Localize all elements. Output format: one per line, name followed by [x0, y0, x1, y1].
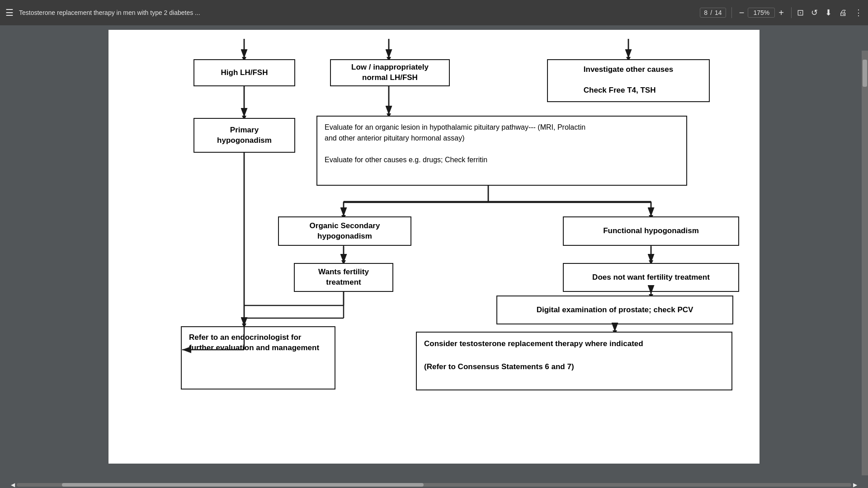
box-organic-secondary: Organic Secondary hypogonadism [278, 216, 411, 246]
box-consider-trt: Consider testosterone replacement therap… [416, 332, 732, 390]
scroll-left-arrow[interactable]: ◀ [9, 482, 17, 488]
page-info: 8 / 14 [700, 8, 726, 18]
flowchart: High LH/FSH Low / inappropriately normal… [118, 39, 741, 446]
box-digital-exam: Digital examination of prostate; check P… [496, 296, 733, 324]
menu-icon[interactable]: ☰ [5, 7, 14, 18]
toolbar: ☰ Testosterone replacement therapy in me… [0, 0, 868, 25]
rotate-button[interactable]: ↺ [811, 8, 818, 18]
box-primary-hypo: Primary hypogonadism [193, 118, 295, 153]
scroll-right-arrow[interactable]: ▶ [851, 482, 859, 488]
right-scrollbar[interactable] [862, 51, 868, 475]
divider [731, 7, 732, 18]
download-button[interactable]: ⬇ [825, 8, 832, 18]
box-evaluate: Evaluate for an organic lesion in hypoth… [316, 116, 687, 186]
box-no-fertility: Does not want fertility treatment [563, 263, 739, 292]
box-refer-endo: Refer to an endocrinologist for further … [181, 326, 335, 389]
zoom-value: 175% [748, 8, 775, 18]
zoom-out-button[interactable]: − [737, 8, 746, 18]
more-button[interactable]: ⋮ [854, 8, 863, 18]
page-current[interactable]: 8 [704, 9, 708, 16]
divider2 [791, 7, 792, 18]
right-scrollbar-thumb[interactable] [863, 60, 867, 87]
toolbar-action-icons: ⊡ ↺ ⬇ 🖨 ⋮ [797, 8, 863, 18]
bottom-scrollbar: ◀ ▶ [0, 482, 868, 488]
zoom-in-button[interactable]: + [777, 8, 786, 18]
page-total: 14 [715, 9, 722, 16]
pdf-viewer: High LH/FSH Low / inappropriately normal… [0, 25, 868, 482]
box-wants-fertility: Wants fertility treatment [294, 263, 393, 292]
fit-page-button[interactable]: ⊡ [797, 8, 804, 18]
box-investigate: Investigate other causes Check Free T4, … [547, 59, 710, 102]
print-button[interactable]: 🖨 [839, 8, 847, 18]
document-title: Testosterone replacement therapy in men … [19, 9, 694, 16]
box-functional: Functional hypogonadism [563, 216, 739, 246]
box-low-lh-fsh: Low / inappropriately normal LH/FSH [330, 59, 450, 86]
scrollbar-thumb[interactable] [62, 483, 424, 487]
box-high-lh-fsh: High LH/FSH [193, 59, 295, 86]
scrollbar-track[interactable] [17, 483, 851, 487]
zoom-controls: − 175% + [737, 8, 786, 18]
pdf-page: High LH/FSH Low / inappropriately normal… [108, 30, 760, 464]
